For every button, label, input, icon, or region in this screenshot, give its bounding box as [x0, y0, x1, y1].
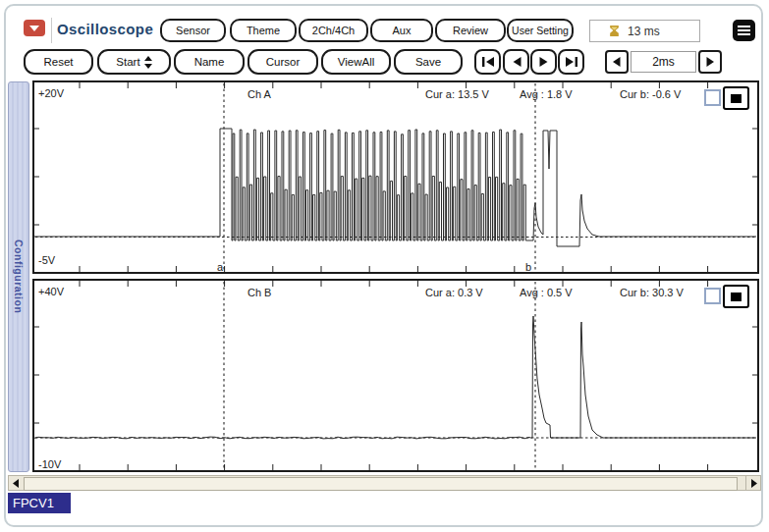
- channel-mode-button[interactable]: 2Ch/4Ch: [299, 19, 368, 42]
- scroll-left-button[interactable]: [9, 476, 23, 490]
- channel-a-waveform[interactable]: [34, 82, 757, 272]
- scroll-right-button[interactable]: [745, 476, 760, 490]
- start-button[interactable]: Start: [97, 49, 171, 75]
- channel-b-label: Ch B: [247, 287, 271, 298]
- toolbar-divider: [51, 18, 52, 43]
- channel-a-label: Ch A: [247, 88, 271, 100]
- channel-b-cursor-a-readout: Cur a: 0.3 V: [425, 287, 483, 298]
- stepper-icon: [144, 56, 152, 69]
- tab-fpcv1[interactable]: FPCV1: [8, 493, 71, 513]
- channel-b-avg-readout: Avg : 0.5 V: [520, 287, 573, 298]
- channel-a-cursor-b-readout: Cur b: -0.6 V: [620, 88, 681, 100]
- channel-a-pane: +20V Ch A Cur a: 13.5 V Avg : 1.8 V Cur …: [32, 80, 759, 274]
- skip-to-start-button[interactable]: [474, 49, 501, 75]
- channel-b-cursor-b-readout: Cur b: 30.3 V: [620, 287, 684, 298]
- name-button[interactable]: Name: [174, 49, 245, 75]
- sensor-button[interactable]: Sensor: [160, 19, 226, 42]
- scrollbar-thumb[interactable]: [24, 477, 738, 491]
- aux-button[interactable]: Aux: [370, 19, 433, 42]
- cursor-a-tag[interactable]: a: [217, 261, 223, 273]
- arrow-right-icon: [538, 56, 550, 68]
- step-back-button[interactable]: [503, 49, 529, 75]
- timebase-value[interactable]: 2ms: [631, 51, 696, 73]
- timer-icon: [608, 25, 621, 37]
- timebase-decrease-button[interactable]: [605, 50, 629, 74]
- channel-b-bottom-voltage: -10V: [38, 458, 61, 470]
- user-setting-button[interactable]: User Setting: [507, 19, 574, 42]
- channel-a-top-voltage: +20V: [38, 87, 64, 99]
- app-title: Oscilloscope: [57, 21, 153, 37]
- channel-a-avg-readout: Avg : 1.8 V: [520, 88, 573, 100]
- configuration-tab[interactable]: Configuration: [8, 81, 29, 472]
- dropdown-arrow-icon: [29, 26, 39, 31]
- app-menu-button[interactable]: [24, 20, 45, 36]
- cursor-button[interactable]: Cursor: [247, 49, 318, 75]
- arrow-left-icon: [511, 56, 522, 68]
- channel-a-display-button[interactable]: [723, 86, 749, 110]
- time-display: 13 ms: [589, 20, 700, 42]
- skip-start-icon: [481, 56, 495, 68]
- arrow-left-icon: [13, 479, 20, 488]
- channel-b-display-button[interactable]: [723, 285, 749, 308]
- arrow-right-icon: [750, 479, 757, 488]
- skip-to-end-button[interactable]: [558, 49, 584, 75]
- save-button[interactable]: Save: [394, 49, 463, 75]
- channel-a-checkbox[interactable]: [704, 89, 721, 106]
- skip-end-icon: [565, 56, 578, 68]
- channel-b-pane: +40V Ch B Cur a: 0.3 V Avg : 0.5 V Cur b…: [32, 279, 759, 472]
- configuration-label: Configuration: [13, 239, 25, 313]
- filled-square-icon: [731, 293, 742, 301]
- theme-button[interactable]: Theme: [230, 19, 297, 42]
- channel-a-bottom-voltage: -5V: [38, 254, 55, 266]
- step-forward-button[interactable]: [530, 49, 557, 75]
- channel-b-top-voltage: +40V: [38, 286, 64, 297]
- channel-a-cursor-a-readout: Cur a: 13.5 V: [425, 88, 489, 100]
- cursor-b-tag[interactable]: b: [525, 261, 531, 273]
- review-button[interactable]: Review: [435, 19, 506, 42]
- horizontal-scrollbar[interactable]: [8, 475, 761, 491]
- channel-b-checkbox[interactable]: [704, 288, 721, 304]
- time-display-value: 13 ms: [628, 25, 660, 38]
- start-button-label: Start: [116, 56, 139, 68]
- view-all-button[interactable]: ViewAll: [321, 49, 391, 75]
- filled-square-icon: [731, 94, 742, 103]
- arrow-right-icon: [704, 56, 716, 68]
- channel-b-waveform[interactable]: [34, 281, 757, 470]
- reset-button[interactable]: Reset: [24, 49, 93, 75]
- main-menu-button[interactable]: [733, 20, 755, 41]
- menu-icon: [738, 26, 750, 27]
- timebase-increase-button[interactable]: [698, 50, 722, 74]
- arrow-left-icon: [611, 56, 623, 68]
